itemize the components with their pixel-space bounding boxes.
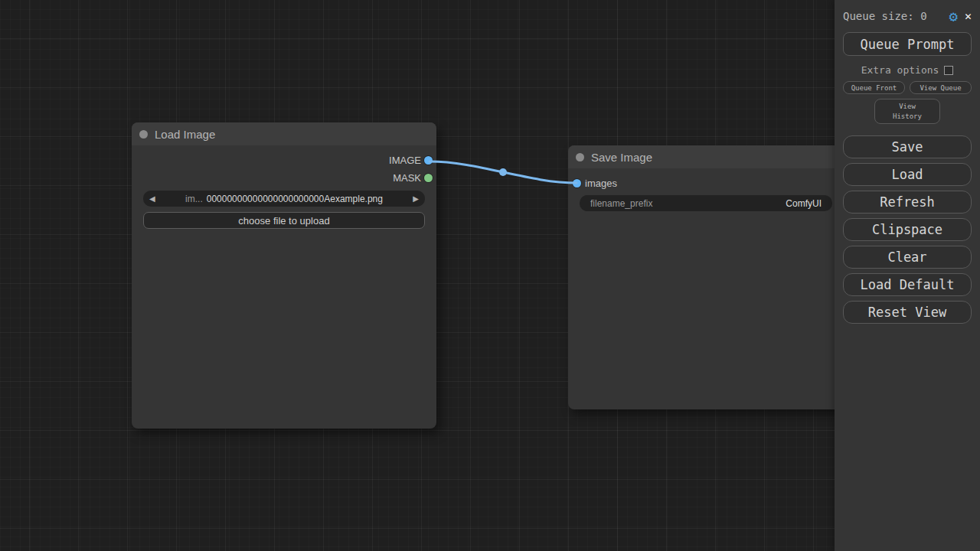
widget-value: ComfyUI bbox=[786, 198, 822, 209]
extra-options-label: Extra options bbox=[861, 64, 939, 76]
filename-prefix-widget[interactable]: filename_prefix ComfyUI bbox=[580, 195, 832, 211]
input-slot-images: images bbox=[568, 174, 844, 192]
output-dot-image[interactable] bbox=[424, 156, 433, 165]
view-queue-button[interactable]: View Queue bbox=[910, 81, 972, 94]
combo-widget-value: 00000000000000000000000Aexample.png bbox=[207, 194, 383, 204]
reset-view-button[interactable]: Reset View bbox=[843, 301, 972, 324]
node-save-image[interactable]: Save Image images filename_prefix ComfyU… bbox=[568, 145, 844, 409]
node-title: Save Image bbox=[591, 151, 652, 164]
load-button[interactable]: Load bbox=[843, 163, 972, 186]
node-save-image-titlebar[interactable]: Save Image bbox=[568, 145, 844, 168]
output-slot-image: IMAGE bbox=[132, 152, 436, 169]
queue-size-label: Queue size: 0 bbox=[843, 10, 949, 22]
input-dot-images[interactable] bbox=[573, 179, 581, 187]
collapse-dot-icon[interactable] bbox=[576, 153, 584, 161]
comfy-menu-panel: Queue size: 0 ⚙ ✕ Queue Prompt Extra opt… bbox=[835, 0, 980, 551]
choose-file-button[interactable]: choose file to upload bbox=[143, 212, 425, 229]
close-icon[interactable]: ✕ bbox=[965, 11, 972, 22]
combo-next-icon[interactable]: ▶ bbox=[413, 194, 419, 203]
combo-widget-name: im... bbox=[185, 194, 203, 204]
output-dot-mask[interactable] bbox=[424, 174, 433, 182]
collapse-dot-icon[interactable] bbox=[139, 130, 148, 139]
extra-options-checkbox[interactable] bbox=[944, 66, 953, 75]
output-slot-mask: MASK bbox=[132, 169, 436, 187]
node-load-image[interactable]: Load Image IMAGE MASK ◀ im... 0000000000… bbox=[132, 122, 436, 429]
output-slot-label: MASK bbox=[393, 172, 421, 184]
view-history-button[interactable]: View History bbox=[874, 99, 940, 124]
widget-name: filename_prefix bbox=[590, 198, 652, 209]
node-title: Load Image bbox=[155, 128, 215, 141]
refresh-button[interactable]: Refresh bbox=[843, 191, 972, 214]
settings-gear-icon[interactable]: ⚙ bbox=[949, 9, 958, 24]
output-slot-label: IMAGE bbox=[389, 155, 421, 166]
clipspace-button[interactable]: Clipspace bbox=[843, 218, 972, 241]
image-combo-widget[interactable]: ◀ im... 00000000000000000000000Aexample.… bbox=[143, 191, 425, 207]
queue-prompt-button[interactable]: Queue Prompt bbox=[843, 32, 972, 56]
combo-prev-icon[interactable]: ◀ bbox=[149, 194, 155, 203]
load-default-button[interactable]: Load Default bbox=[843, 273, 972, 296]
queue-front-button[interactable]: Queue Front bbox=[843, 81, 905, 94]
node-load-image-titlebar[interactable]: Load Image bbox=[132, 122, 436, 145]
app-window: Load Image IMAGE MASK ◀ im... 0000000000… bbox=[0, 0, 980, 551]
input-slot-label: images bbox=[585, 178, 617, 189]
clear-button[interactable]: Clear bbox=[843, 246, 972, 269]
save-button[interactable]: Save bbox=[843, 135, 972, 158]
